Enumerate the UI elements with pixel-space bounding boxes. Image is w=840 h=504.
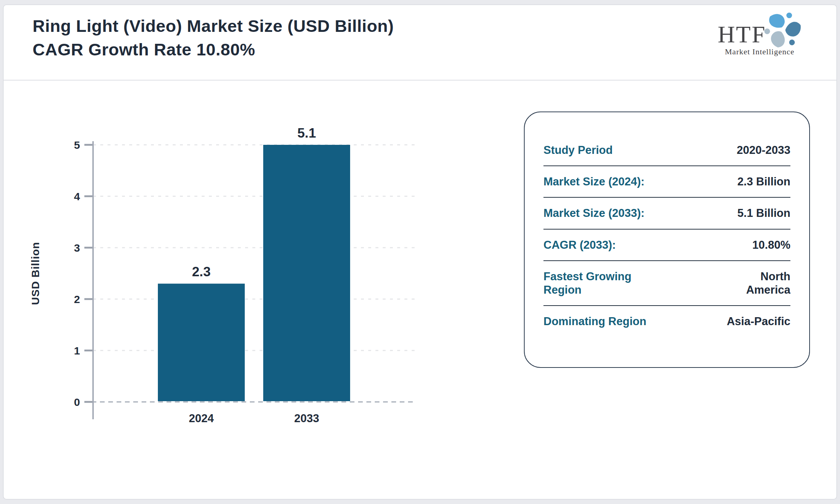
- y-tick-label: 1: [74, 345, 80, 357]
- info-label: Study Period: [543, 143, 613, 157]
- bar-value-label: 2.3: [192, 264, 210, 279]
- content-panel: Ring Light (Video) Market Size (USD Bill…: [3, 4, 837, 500]
- y-axis-title: USD Billion: [29, 242, 41, 305]
- y-tick-label: 4: [74, 190, 80, 202]
- info-row-cagr: CAGR (2033): 10.80%: [543, 230, 790, 261]
- htf-logo-text: HTF: [718, 22, 766, 46]
- x-tick-label: 2024: [189, 412, 214, 425]
- info-row-market-size-2024: Market Size (2024): 2.3 Billion: [543, 166, 790, 198]
- info-label: Market Size (2024):: [543, 175, 644, 188]
- info-row-market-size-2033: Market Size (2033): 5.1 Billion: [543, 198, 790, 229]
- y-tick-label: 0: [74, 396, 80, 408]
- info-label: Dominating Region: [543, 315, 646, 328]
- htf-logo-row: HTF: [702, 10, 818, 46]
- bar-value-label: 5.1: [297, 126, 316, 140]
- htf-logo-tagline: Market Intelligence: [702, 47, 818, 56]
- info-label: Market Size (2033):: [543, 206, 644, 220]
- info-label: CAGR (2033):: [543, 238, 616, 252]
- info-value: 2.3 Billion: [738, 175, 790, 188]
- info-value: 10.80%: [752, 238, 790, 252]
- bar-2033: [263, 145, 350, 402]
- info-card: Study Period 2020-2033 Market Size (2024…: [524, 112, 810, 368]
- page-title-line1: Ring Light (Video) Market Size (USD Bill…: [33, 16, 394, 35]
- bar-2024: [158, 284, 245, 402]
- page-title-line2: CAGR Growth Rate 10.80%: [33, 40, 255, 59]
- page-title: Ring Light (Video) Market Size (USD Bill…: [33, 14, 394, 62]
- info-row-dominating-region: Dominating Region Asia-Pacific: [543, 306, 790, 337]
- y-tick-label: 2: [74, 293, 80, 305]
- info-value: 5.1 Billion: [738, 206, 790, 220]
- info-row-fastest-growing-region: Fastest Growing Region North America: [543, 261, 790, 306]
- htf-logo: HTF Market Intelligence: [702, 10, 818, 56]
- bar-chart: 2.320245.12033012345USD Billion: [4, 83, 539, 449]
- header-divider: [4, 80, 836, 81]
- info-value: North America: [736, 270, 790, 297]
- info-row-study-period: Study Period 2020-2033: [543, 135, 790, 166]
- info-value: 2020-2033: [737, 143, 790, 157]
- x-tick-label: 2033: [294, 412, 319, 425]
- info-label: Fastest Growing Region: [543, 270, 656, 297]
- page: { "header": { "title_line1": "Ring Light…: [0, 0, 840, 504]
- y-tick-label: 5: [74, 139, 80, 151]
- y-tick-label: 3: [74, 242, 80, 254]
- htf-triskelion-icon: [764, 10, 802, 48]
- info-value: Asia-Pacific: [727, 315, 790, 328]
